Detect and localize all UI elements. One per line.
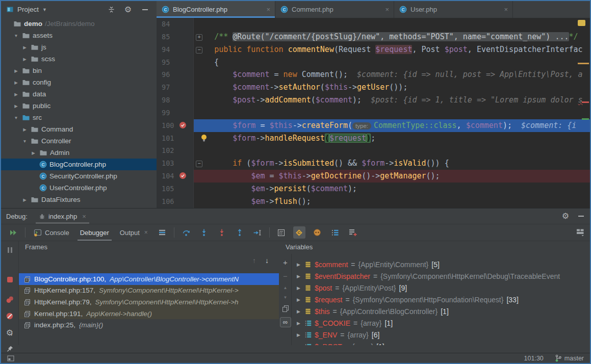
tree-item-scss[interactable]: ▶scss bbox=[1, 53, 157, 65]
code-editor[interactable]: 8485+ /** @Route("/comment/{postSlug}/ne… bbox=[157, 18, 590, 208]
frame-row[interactable]: BlogController.php:100, App\Controller\B… bbox=[19, 273, 279, 285]
evaluate-expression-button[interactable] bbox=[275, 226, 288, 239]
variable-row[interactable]: ▶$_POST = {array} [1] bbox=[292, 341, 590, 345]
step-into-button[interactable] bbox=[198, 226, 210, 239]
expand-arrow-icon[interactable]: ▶ bbox=[296, 297, 301, 302]
code-line-text[interactable]: $post->addComment($comment); $post: {id … bbox=[194, 94, 590, 107]
layout-settings-icon[interactable] bbox=[576, 228, 585, 237]
variable-row[interactable]: ▶$_ENV = {array} [6] bbox=[292, 329, 590, 341]
hide-panel-icon[interactable] bbox=[578, 216, 584, 217]
variable-row[interactable]: ▶$eventDispatcher = {Symfony\Component\H… bbox=[292, 270, 590, 282]
variable-row[interactable]: ▶$post = {App\Entity\Post} [9] bbox=[292, 282, 590, 294]
code-line[interactable]: 98 $post->addComment($comment); $post: {… bbox=[157, 94, 590, 107]
tree-collapsed-arrow-icon[interactable]: ▶ bbox=[21, 45, 28, 50]
tree-collapsed-arrow-icon[interactable]: ▶ bbox=[13, 80, 19, 85]
editor-gutter[interactable]: 85 bbox=[157, 31, 194, 43]
step-out-button[interactable] bbox=[234, 226, 246, 239]
debug-view-tab-debugger[interactable]: Debugger bbox=[78, 224, 112, 241]
tree-collapsed-arrow-icon[interactable]: ▶ bbox=[13, 68, 19, 73]
code-line-text[interactable]: /** @Route("/comment/{postSlug}/new", me… bbox=[194, 31, 590, 43]
code-line[interactable]: 85+ /** @Route("/comment/{postSlug}/new"… bbox=[157, 31, 590, 43]
tree-collapsed-arrow-icon[interactable]: ▶ bbox=[21, 57, 28, 62]
code-line-text[interactable]: $em = $this->getDoctrine()->getManager()… bbox=[194, 170, 590, 183]
tree-collapsed-arrow-icon[interactable]: ▶ bbox=[21, 127, 28, 132]
tree-collapsed-arrow-icon[interactable]: ▶ bbox=[30, 150, 37, 155]
frame-row[interactable]: HttpKernel.php:79, Symfony\Component\Htt… bbox=[19, 296, 279, 308]
debug-view-tab-console[interactable]: Console bbox=[31, 224, 72, 241]
step-over-button[interactable] bbox=[180, 226, 192, 239]
code-line[interactable]: 102 bbox=[157, 144, 590, 157]
expand-arrow-icon[interactable]: ▶ bbox=[296, 274, 301, 279]
chevron-down-icon[interactable]: ▼ bbox=[42, 7, 47, 12]
fold-marker-icon[interactable]: + bbox=[196, 34, 202, 41]
code-line-text[interactable]: if ($form->isSubmitted() && $form->isVal… bbox=[194, 157, 590, 170]
tree-item-admin[interactable]: ▶Admin bbox=[1, 147, 157, 159]
code-line[interactable]: 104 $em = $this->getDoctrine()->getManag… bbox=[157, 170, 590, 183]
editor-tab-comment-php[interactable]: CComment.php× bbox=[275, 1, 394, 18]
editor-gutter[interactable]: 94 bbox=[157, 43, 194, 56]
hide-panel-icon[interactable] bbox=[138, 1, 151, 18]
editor-gutter[interactable]: 100 bbox=[157, 119, 194, 132]
code-line[interactable]: 105 $em->persist($comment); bbox=[157, 183, 590, 195]
editor-tab-blogcontroller-php[interactable]: CBlogController.php× bbox=[157, 1, 275, 18]
tree-item-public[interactable]: ▶public bbox=[1, 100, 157, 112]
move-down-icon[interactable]: ▼ bbox=[284, 295, 288, 300]
close-icon[interactable]: × bbox=[144, 229, 148, 236]
editor-gutter[interactable]: 103 bbox=[157, 157, 194, 170]
force-step-into-button[interactable] bbox=[216, 226, 228, 239]
project-panel-title[interactable]: Project bbox=[17, 6, 39, 13]
tree-item-usercontroller-php[interactable]: CUserController.php bbox=[1, 182, 157, 194]
code-line-text[interactable] bbox=[194, 144, 590, 157]
tree-collapsed-arrow-icon[interactable]: ▶ bbox=[13, 103, 19, 109]
debug-view-tab-output[interactable]: Output× bbox=[117, 224, 150, 241]
expand-arrow-icon[interactable]: ▶ bbox=[296, 321, 301, 326]
tree-item-blogcontroller-php[interactable]: CBlogController.php bbox=[1, 159, 157, 170]
code-line[interactable]: 94− public function commentNew(Request $… bbox=[157, 43, 590, 56]
tree-item-assets[interactable]: ▼assets bbox=[1, 30, 157, 41]
code-line-text[interactable]: $comment->setAuthor($this->getUser()); bbox=[194, 81, 590, 94]
code-line[interactable]: 96 $comment = new Comment(); $comment: {… bbox=[157, 68, 590, 81]
code-line[interactable]: 103− if ($form->isSubmitted() && $form->… bbox=[157, 157, 590, 170]
tree-expanded-arrow-icon[interactable]: ▼ bbox=[13, 33, 19, 38]
caret-position[interactable]: 101:30 bbox=[524, 355, 544, 362]
tree-item-config[interactable]: ▶config bbox=[1, 76, 157, 88]
code-line[interactable]: 100 $form = $this->createForm(type:Comme… bbox=[157, 119, 590, 132]
tree-item-datafixtures[interactable]: ▶DataFixtures bbox=[1, 194, 157, 205]
editor-gutter[interactable]: 105 bbox=[157, 183, 194, 195]
editor-gutter[interactable]: 106 bbox=[157, 195, 194, 208]
code-line-text[interactable]: $form = $this->createForm(type:CommentTy… bbox=[194, 119, 590, 132]
tree-item-demo[interactable]: demo /JetBrains/demo bbox=[1, 18, 157, 30]
code-line[interactable]: 97 $comment->setAuthor($this->getUser())… bbox=[157, 81, 590, 94]
expand-arrow-icon[interactable]: ▶ bbox=[296, 262, 301, 267]
code-line-text[interactable]: $em->flush(); bbox=[194, 195, 590, 208]
code-line-text[interactable]: public function commentNew(Request $requ… bbox=[194, 43, 590, 56]
editor-tab-user-php[interactable]: CUser.php× bbox=[394, 1, 513, 18]
run-to-cursor-button[interactable] bbox=[251, 226, 264, 239]
editor-gutter[interactable]: 99 bbox=[157, 107, 194, 119]
tree-expanded-arrow-icon[interactable]: ▼ bbox=[21, 139, 28, 144]
tree-item-src[interactable]: ▼src bbox=[1, 112, 157, 123]
expand-arrow-icon[interactable]: ▶ bbox=[296, 332, 301, 337]
tree-item-securitycontroller-php[interactable]: CSecurityController.php bbox=[1, 170, 157, 182]
code-line-text[interactable]: $form->handleRequest($request); bbox=[194, 132, 590, 145]
gear-icon[interactable]: ⚙ bbox=[121, 1, 135, 18]
close-icon[interactable]: × bbox=[82, 213, 86, 220]
code-line[interactable]: 99 bbox=[157, 107, 590, 119]
tree-item-controller[interactable]: ▼Controller bbox=[1, 135, 157, 147]
close-icon[interactable]: × bbox=[385, 6, 389, 13]
add-watch-icon[interactable]: + bbox=[283, 258, 288, 267]
code-line-text[interactable]: $em->persist($comment); bbox=[194, 183, 590, 195]
editor-gutter[interactable]: 84 bbox=[157, 18, 194, 31]
breakpoint-icon[interactable] bbox=[179, 121, 187, 129]
fold-marker-icon[interactable]: − bbox=[196, 161, 202, 167]
threads-list-button[interactable] bbox=[329, 226, 341, 239]
add-watch-button[interactable] bbox=[347, 226, 359, 239]
php-console-button[interactable]: C bbox=[293, 226, 305, 239]
expand-arrow-icon[interactable]: ▶ bbox=[296, 344, 301, 346]
variable-row[interactable]: ▶$_COOKIE = {array} [1] bbox=[292, 317, 590, 329]
code-line-text[interactable] bbox=[194, 107, 590, 119]
code-line-text[interactable]: $comment = new Comment(); $comment: {id … bbox=[194, 68, 590, 81]
expand-arrow-icon[interactable]: ▶ bbox=[296, 309, 301, 314]
view-breakpoints-button[interactable] bbox=[6, 296, 14, 304]
tree-expanded-arrow-icon[interactable]: ▼ bbox=[13, 115, 19, 120]
